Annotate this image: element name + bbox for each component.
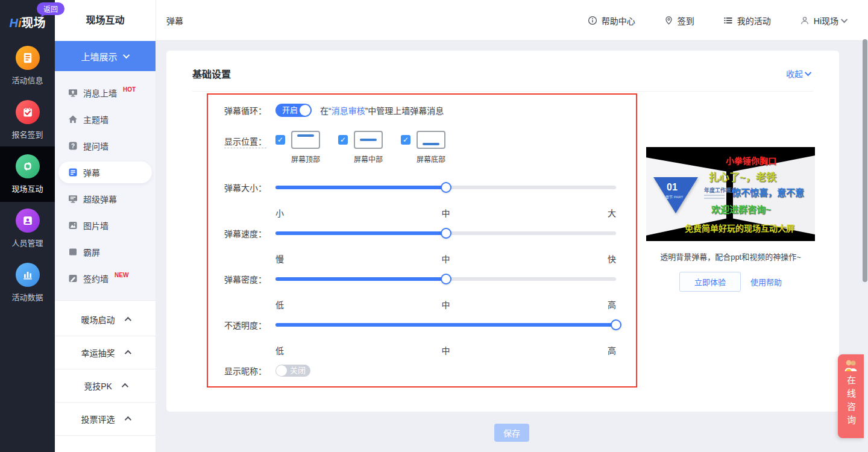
document-icon [16,46,40,70]
sidebar-group-warmup[interactable]: 暖场启动 [55,303,156,336]
slider-label: 弹幕速度： [224,227,275,239]
sidebar-item-label: 超级弹幕 [83,193,117,205]
slider-mark: 高 [608,344,616,356]
try-now-button[interactable]: 立即体验 [679,272,741,292]
sidebar-group-wall-display[interactable]: 上墙展示 [55,41,156,71]
logo-part: H [9,16,17,30]
checkbox-checked[interactable]: ✓ [401,135,410,145]
position-option-middle[interactable]: ✓ 屏幕中部 [338,131,383,164]
chevron-down-icon [841,16,848,22]
group-label: 竞技PK [84,380,112,392]
sidebar-item-super-danmaku[interactable]: 超级弹幕 [55,186,156,212]
sidebar-group-pk[interactable]: 竞技PK [55,369,156,403]
sidebar-item-signing-wall[interactable]: 签约墙 NEW [55,265,156,292]
hint-text: 在“ [320,106,332,116]
danmaku-density-slider[interactable] [275,273,616,285]
chevron-up-icon [124,317,131,324]
sidebar-group-voting[interactable]: 投票评选 [55,403,156,436]
slider-mark: 低 [275,298,284,310]
slider-thumb[interactable] [441,274,451,284]
person-card-icon [16,209,40,233]
chevron-up-icon [124,416,131,423]
new-badge: NEW [115,272,128,278]
user-icon [800,16,810,25]
checkin-link[interactable]: 签到 [664,14,694,27]
link-label: 签到 [678,14,694,27]
hot-badge: HOT [123,86,136,93]
slider-thumb[interactable] [441,228,451,239]
chevron-up-icon [124,350,131,357]
online-consult-widget[interactable]: 在线咨询 [838,354,864,438]
rail-item-signup-checkin[interactable]: 报名签到 [0,100,55,140]
collapse-link[interactable]: 收起 [786,67,811,80]
promo-caption: 透明背景弹幕，配合ppt和视频的神操作~ [640,251,821,262]
rail-item-activity-info[interactable]: 活动信息 [0,46,55,86]
opacity-slider[interactable] [275,319,616,331]
slider-mark: 快 [608,253,616,265]
svg-text:?: ? [71,143,75,149]
danmaku-loop-toggle[interactable]: 开启 [275,104,312,117]
checkbox-checked[interactable]: ✓ [275,135,285,145]
topbar-links: 帮助中心 签到 我的活动 Hi现场 [588,14,848,27]
bar-chart-icon [16,263,40,287]
settings-card: 基础设置 收起 弹幕循环： 开启 在“消息审核”中管理上墙弹幕消息 [166,51,839,412]
my-events-link[interactable]: 我的活动 [723,14,771,27]
toggle-knob [276,365,287,376]
sidebar-item-question-wall[interactable]: ? 提问墙 [55,133,156,159]
consult-label: 在线咨询 [844,375,857,428]
rail-item-label: 活动数据 [0,291,55,303]
rail-item-label: 报名签到 [0,128,55,140]
position-option-bottom[interactable]: ✓ 屏幕底部 [401,131,445,164]
sidebar-item-danmaku[interactable]: 弹幕 [58,162,152,183]
danmaku-size-slider[interactable] [275,181,616,193]
scrollbar[interactable] [863,39,867,282]
save-button[interactable]: 保存 [494,424,529,442]
sidebar-item-screen-takeover[interactable]: 霸屏 [55,239,156,265]
message-review-link[interactable]: 消息审核 [332,106,365,116]
usage-help-link[interactable]: 使用帮助 [750,276,782,287]
info-icon [588,16,597,25]
rail-item-live-interaction[interactable]: 现场互动 [0,154,55,194]
help-center-link[interactable]: 帮助中心 [588,14,635,27]
show-nickname-toggle[interactable]: 关闭 [275,365,310,377]
danmaku-loop-label: 弹幕循环： [224,104,275,116]
show-nickname-label: 显示昵称： [224,365,275,377]
sidebar-item-message-wall[interactable]: 消息上墙 HOT [55,80,156,106]
position-option-top[interactable]: ✓ 屏幕顶部 [275,131,320,164]
danmaku-preview-image: 01 章节 PART 年度工作概述 小拳锤你胸口 扎心了~，老铁 惊不惊喜，意不… [646,147,815,241]
danmaku-message: 扎心了~，老铁 [709,169,776,184]
account-menu[interactable]: Hi现场 [800,14,848,27]
sidebar-item-photo-wall[interactable]: 图片墙 [55,212,156,239]
rail-item-event-data[interactable]: 活动数据 [0,263,55,303]
topbar: 弹幕 帮助中心 签到 我的活动 Hi现场 [156,0,868,41]
sidebar-item-label: 主题墙 [83,113,108,125]
sidebar-item-theme-wall[interactable]: 主题墙 [55,106,156,133]
danmaku-loop-row: 弹幕循环： 开启 在“消息审核”中管理上墙弹幕消息 [224,104,444,117]
display-position-label: 显示位置： [224,137,266,148]
toggle-knob [300,105,310,116]
slider-thumb[interactable] [611,319,621,330]
rail-item-personnel[interactable]: 人员管理 [0,209,55,248]
account-name: Hi现场 [814,14,838,27]
screen-icon [68,247,78,257]
sidebar-item-label: 消息上墙 [83,87,117,99]
danmaku-speed-slider[interactable] [275,227,616,239]
danmaku-density-row: 弹幕密度： 低 中 高 [224,273,616,310]
position-option-label: 屏幕底部 [417,154,445,164]
screen-middle-icon [354,131,383,149]
back-button[interactable]: 返回 [37,2,64,15]
slider-mark: 大 [608,207,616,219]
screen-bottom-icon [417,131,445,149]
rail-item-label: 现场互动 [0,183,55,194]
group-label: 幸运抽奖 [81,347,115,359]
danmaku-message: 免费简单好玩的现场互动大屏 [685,222,794,234]
app-rail: Hi现场 活动信息 报名签到 现场互动 人员管理 活动数据 [0,0,55,452]
danmaku-size-row: 弹幕大小： 小 中 大 [224,181,616,219]
checkbox-checked[interactable]: ✓ [338,135,348,145]
slider-thumb[interactable] [441,182,451,193]
main-content: 基础设置 收起 弹幕循环： 开启 在“消息审核”中管理上墙弹幕消息 [156,41,868,452]
highlight-box: 弹幕循环： 开启 在“消息审核”中管理上墙弹幕消息 显示位置： ✓ [207,93,637,388]
slider-mark: 低 [275,344,284,356]
sidebar-group-lucky-draw[interactable]: 幸运抽奖 [55,336,156,369]
home-icon [68,115,78,124]
